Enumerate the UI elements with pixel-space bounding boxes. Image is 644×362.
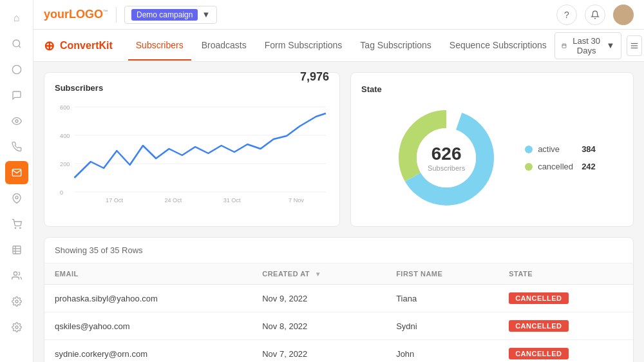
- state-chart-title: State: [361, 84, 382, 94]
- columns-icon: [630, 41, 639, 50]
- svg-text:17 Oct: 17 Oct: [106, 197, 123, 204]
- tab-subscribers[interactable]: Subscribers: [128, 31, 191, 61]
- tab-sequence-subscriptions[interactable]: Sequence Subscriptions: [442, 31, 554, 61]
- brand-name: ConvertKit: [60, 40, 113, 52]
- legend-label-cancelled: cancelled: [538, 162, 576, 171]
- avatar[interactable]: [613, 5, 634, 25]
- date-filter-label: Last 30 Days: [571, 36, 603, 55]
- sidebar-item-home[interactable]: ⌂: [5, 6, 28, 30]
- svg-point-3: [15, 196, 18, 199]
- svg-point-10: [14, 272, 17, 275]
- date-filter-button[interactable]: Last 30 Days ▼: [554, 32, 622, 59]
- subscribers-table-card: Showing 35 of 35 Rows EMAIL CREATED AT ▼…: [44, 237, 634, 362]
- top-header-right: ?: [556, 5, 634, 25]
- sidebar-item-table[interactable]: [5, 238, 28, 262]
- table-row: sydnie.corkery@orn.com Nov 7, 2022 John …: [44, 340, 633, 363]
- col-header-created-at-label: CREATED AT: [262, 270, 310, 278]
- cell-email: sydnie.corkery@orn.com: [44, 340, 252, 363]
- svg-text:600: 600: [60, 104, 70, 111]
- state-badge: CANCELLED: [509, 320, 568, 332]
- campaign-button[interactable]: Demo campaign ▼: [124, 6, 217, 24]
- cell-created-at: Nov 8, 2022: [252, 312, 386, 340]
- subscribers-chart-title: Subscribers: [55, 83, 103, 93]
- date-filter-chevron-icon: ▼: [607, 41, 615, 50]
- state-chart-inner: 626 Subscribers active 384 cancelled: [361, 100, 623, 216]
- brand-icon: ⊕: [44, 38, 55, 53]
- top-header-left: yourLOGO™ Demo campaign ▼: [44, 6, 217, 24]
- sidebar-item-cart[interactable]: [5, 213, 28, 236]
- sidebar-item-analytics[interactable]: [5, 58, 28, 81]
- legend-item-active: active 384: [525, 144, 596, 154]
- main-panel: yourLOGO™ Demo campaign ▼ ? ⊕ Conve: [33, 0, 644, 362]
- sidebar-item-location[interactable]: [5, 187, 28, 210]
- table-row-count: Showing 35 of 35 Rows: [44, 238, 633, 263]
- campaign-badge: Demo campaign: [131, 9, 198, 21]
- sidebar-item-eye[interactable]: [5, 110, 28, 133]
- table-row: qskiles@yahoo.com Nov 8, 2022 Sydni CANC…: [44, 312, 633, 340]
- svg-point-12: [15, 326, 18, 329]
- line-chart-svg: 600 400 200 0 17 Oct 24 Oct: [55, 100, 329, 204]
- nav-bar: ⊕ ConvertKit Subscribers Broadcasts Form…: [33, 30, 644, 62]
- donut-number: 626: [428, 144, 465, 164]
- logo-your: your: [44, 8, 69, 21]
- cell-created-at: Nov 9, 2022: [252, 285, 386, 312]
- state-chart-card: State 6: [350, 72, 634, 227]
- tab-broadcasts[interactable]: Broadcasts: [194, 31, 254, 61]
- help-button[interactable]: ?: [556, 5, 577, 25]
- legend-dot-active: [525, 146, 533, 153]
- cell-first-name: John: [386, 340, 498, 363]
- svg-text:24 Oct: 24 Oct: [164, 197, 182, 204]
- svg-text:0: 0: [60, 189, 63, 196]
- sidebar-item-search[interactable]: [5, 32, 28, 55]
- tab-form-subscriptions[interactable]: Form Subscriptions: [257, 31, 350, 61]
- sidebar-item-settings[interactable]: [5, 316, 28, 339]
- charts-row: Subscribers 7,976 600 400 200 0: [44, 72, 634, 227]
- svg-point-2: [15, 120, 18, 122]
- svg-text:31 Oct: 31 Oct: [223, 197, 241, 204]
- subscribers-chart-card: Subscribers 7,976 600 400 200 0: [44, 72, 340, 227]
- svg-text:400: 400: [60, 133, 70, 139]
- table-header-row: EMAIL CREATED AT ▼ FIRST NAME STATE: [44, 263, 633, 285]
- cell-created-at: Nov 7, 2022: [252, 340, 386, 363]
- svg-rect-6: [13, 246, 21, 254]
- col-header-first-name: FIRST NAME: [386, 263, 498, 285]
- logo-brand: LOGO: [69, 8, 103, 21]
- tab-tag-subscriptions[interactable]: Tag Subscriptions: [352, 31, 439, 61]
- bell-icon: [591, 10, 600, 19]
- sidebar-item-gear2[interactable]: [5, 290, 28, 313]
- state-badge: CANCELLED: [509, 348, 568, 359]
- svg-point-13: [621, 10, 625, 14]
- notifications-button[interactable]: [585, 5, 605, 25]
- cell-email: prohaska.sibyl@yahoo.com: [44, 285, 252, 312]
- sort-icon: ▼: [315, 271, 321, 278]
- legend-label-active: active: [538, 144, 576, 154]
- legend-value-cancelled: 242: [582, 162, 596, 171]
- donut-center: 626 Subscribers: [428, 144, 465, 172]
- donut-legend: active 384 cancelled 242: [525, 144, 596, 171]
- donut-chart: 626 Subscribers: [388, 100, 504, 216]
- logo: yourLOGO™: [44, 8, 108, 21]
- nav-right: Last 30 Days ▼: [554, 32, 644, 59]
- svg-point-4: [15, 227, 15, 228]
- svg-point-5: [19, 227, 20, 228]
- nav-left: ⊕ ConvertKit Subscribers Broadcasts Form…: [44, 31, 554, 61]
- subscribers-total-value: 7,976: [300, 70, 329, 84]
- sidebar-item-email[interactable]: [5, 161, 28, 184]
- cell-state: CANCELLED: [498, 312, 633, 340]
- legend-value-active: 384: [582, 144, 596, 154]
- avatar-icon: [616, 8, 630, 22]
- sidebar-item-phone[interactable]: [5, 135, 28, 158]
- svg-line-1: [19, 46, 21, 48]
- svg-rect-14: [562, 44, 566, 48]
- nav-tabs: Subscribers Broadcasts Form Subscription…: [128, 31, 554, 61]
- table-row: prohaska.sibyl@yahoo.com Nov 9, 2022 Tia…: [44, 285, 633, 312]
- columns-button[interactable]: [627, 35, 642, 56]
- cell-first-name: Tiana: [386, 285, 498, 312]
- brand: ⊕ ConvertKit: [44, 38, 113, 53]
- col-header-created-at[interactable]: CREATED AT ▼: [252, 263, 386, 285]
- sidebar-item-chat[interactable]: [5, 84, 28, 107]
- line-chart-container: 600 400 200 0 17 Oct 24 Oct: [55, 100, 329, 206]
- legend-dot-cancelled: [525, 163, 533, 171]
- cell-state: CANCELLED: [498, 285, 633, 312]
- sidebar-item-users[interactable]: [5, 264, 28, 287]
